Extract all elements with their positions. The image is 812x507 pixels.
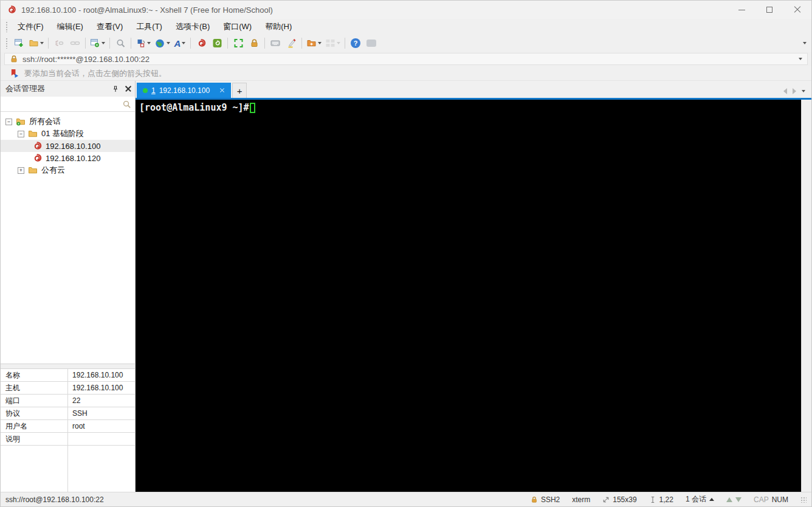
- tree-node-all-sessions[interactable]: 所有会话: [1, 116, 135, 128]
- tab-scroll-right-icon[interactable]: [793, 88, 796, 94]
- tab-list-dropdown-icon[interactable]: [802, 90, 805, 92]
- toolbar-drag-handle[interactable]: [5, 38, 9, 49]
- expand-icon[interactable]: [18, 167, 24, 174]
- prop-value-name[interactable]: 192.168.10.100: [67, 371, 135, 379]
- session-properties-dropdown-icon[interactable]: [102, 42, 105, 44]
- prop-value-protocol[interactable]: SSH: [67, 409, 135, 418]
- status-terminal-type-cell: xterm: [572, 495, 590, 504]
- virtual-keyboard-button[interactable]: [267, 36, 283, 50]
- toolbar-overflow-button[interactable]: [803, 42, 807, 44]
- menu-view[interactable]: 查看(V): [90, 19, 129, 35]
- file-transfer-button[interactable]: [304, 36, 323, 50]
- scroll-up-icon[interactable]: [726, 497, 732, 502]
- globe-icon: [154, 38, 165, 49]
- encoding-button[interactable]: [153, 36, 172, 50]
- prop-label-description: 说明: [1, 434, 67, 444]
- info-bar-text: 要添加当前会话，点击左侧的箭头按钮。: [24, 68, 167, 79]
- status-screen-size-cell: 155x39: [602, 495, 636, 504]
- lock-icon: [249, 38, 260, 48]
- session-count-dropdown[interactable]: 1 会话: [686, 494, 714, 505]
- menu-help[interactable]: 帮助(H): [258, 19, 298, 35]
- terminal-cursor: [250, 103, 255, 113]
- session-search-icon[interactable]: [122, 100, 131, 109]
- open-session-button[interactable]: [27, 36, 46, 50]
- scroll-down-icon[interactable]: [735, 497, 741, 502]
- new-session-button[interactable]: [11, 36, 27, 50]
- prop-label-protocol: 协议: [1, 409, 67, 419]
- caps-lock-indicator: CAP: [754, 495, 769, 504]
- prop-value-port[interactable]: 22: [67, 396, 135, 405]
- xshell-button[interactable]: [193, 36, 209, 50]
- search-icon: [115, 38, 126, 48]
- menu-file[interactable]: 文件(F): [11, 19, 50, 35]
- menu-edit[interactable]: 编辑(E): [50, 19, 90, 35]
- compose-pane-button[interactable]: [134, 36, 153, 50]
- lock-screen-button[interactable]: [246, 36, 262, 50]
- address-field[interactable]: ssh://root:******@192.168.10.100:22: [4, 53, 808, 65]
- cursor-position-icon: [649, 496, 656, 503]
- status-protocol-cell: SSH2: [531, 495, 560, 504]
- fullscreen-button[interactable]: [230, 36, 246, 50]
- close-button[interactable]: [783, 1, 811, 19]
- tree-node-folder-01[interactable]: 01 基础阶段: [1, 128, 135, 140]
- font-dropdown-icon[interactable]: [182, 42, 185, 44]
- tile-layout-icon: [325, 38, 335, 48]
- feedback-button[interactable]: [363, 36, 379, 50]
- file-transfer-dropdown-icon[interactable]: [318, 42, 322, 44]
- terminal-scrollbar[interactable]: [801, 100, 811, 492]
- compose-pane-icon: [136, 38, 146, 48]
- minimize-button[interactable]: [728, 1, 755, 19]
- prop-value-username[interactable]: root: [67, 422, 135, 430]
- collapse-icon[interactable]: [18, 131, 24, 137]
- panel-splitter[interactable]: [1, 364, 135, 369]
- feedback-balloon-icon: [366, 40, 376, 47]
- address-history-dropdown-icon[interactable]: [799, 58, 802, 60]
- status-protocol: SSH2: [541, 495, 560, 504]
- menu-tools[interactable]: 工具(T): [129, 19, 169, 35]
- open-session-dropdown-icon[interactable]: [40, 42, 44, 44]
- tile-layout-button: [323, 36, 342, 50]
- session-properties-table: 名称 192.168.10.100 主机 192.168.10.100 端口 2…: [1, 369, 135, 492]
- compose-pane-dropdown-icon[interactable]: [147, 42, 151, 44]
- disconnect-button: [51, 36, 67, 50]
- status-bar: ssh://root@192.168.10.100:22 SSH2 xterm …: [1, 492, 811, 506]
- collapse-icon[interactable]: [5, 119, 12, 125]
- find-button[interactable]: [112, 36, 128, 50]
- status-screen-size: 155x39: [613, 495, 636, 504]
- connected-status-icon: [143, 88, 148, 93]
- pen-icon: [286, 38, 297, 48]
- terminal-screen[interactable]: [root@AlmaLinux9 ~]#: [136, 100, 801, 492]
- font-button[interactable]: [172, 36, 188, 50]
- status-lock-icon: [531, 496, 538, 503]
- prop-value-host[interactable]: 192.168.10.100: [67, 384, 135, 392]
- toolbar-separator: [48, 38, 49, 49]
- xshell-icon: [196, 38, 207, 48]
- tree-node-session-100[interactable]: 192.168.10.100: [1, 140, 135, 152]
- toolbar: [1, 35, 811, 52]
- menu-tabs[interactable]: 选项卡(B): [169, 19, 216, 35]
- new-tab-button[interactable]: [232, 83, 247, 98]
- address-lock-icon: [10, 55, 18, 63]
- menubar-drag-handle[interactable]: [5, 21, 9, 32]
- tree-node-label: 公有云: [41, 165, 65, 176]
- tree-node-session-120[interactable]: 192.168.10.120: [1, 152, 135, 164]
- pin-panel-icon[interactable]: [112, 85, 119, 93]
- tab-session-100[interactable]: 1 192.168.10.100: [137, 83, 231, 98]
- menu-window[interactable]: 窗口(W): [216, 19, 258, 35]
- session-properties-button[interactable]: [88, 36, 107, 50]
- maximize-button[interactable]: [755, 1, 783, 19]
- close-panel-icon[interactable]: [125, 86, 131, 92]
- tab-close-icon[interactable]: [219, 88, 225, 93]
- session-search-row: [1, 97, 135, 112]
- resize-grip[interactable]: [800, 497, 807, 503]
- tab-scroll-left-icon[interactable]: [783, 88, 787, 94]
- xftp-button[interactable]: [209, 36, 225, 50]
- toolbar-separator: [345, 38, 345, 49]
- toolbar-separator: [264, 38, 265, 49]
- help-button[interactable]: [348, 36, 363, 50]
- highlight-pen-button[interactable]: [283, 36, 299, 50]
- encoding-dropdown-icon[interactable]: [167, 42, 170, 44]
- session-search-input[interactable]: [4, 98, 122, 110]
- toolbar-separator: [131, 38, 131, 49]
- tree-node-folder-cloud[interactable]: 公有云: [1, 164, 135, 176]
